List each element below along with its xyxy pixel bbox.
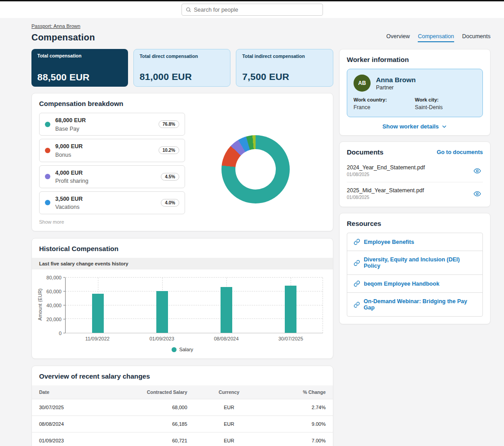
table-row: 30/07/2025 68,000 EUR 2.74% — [32, 399, 333, 416]
salary-bar — [92, 294, 104, 333]
legend-label: Vacations — [55, 204, 80, 210]
document-name: 2025_Mid_Year_Statement.pdf — [347, 187, 424, 194]
cell-salary: 66,185 — [104, 416, 195, 433]
documents-title: Documents — [347, 148, 384, 156]
work-country-value: France — [354, 104, 415, 110]
worker-info-title: Worker information — [347, 56, 483, 63]
compensation-breakdown-card: Compensation breakdown 68,000 EURBase Pa… — [31, 93, 333, 231]
history-subtitle: Last five salary change events history — [32, 258, 333, 269]
cell-currency: EUR — [195, 433, 264, 446]
salary-legend-dot-icon — [172, 347, 177, 352]
cell-currency: EUR — [195, 399, 264, 416]
chevron-down-icon — [441, 124, 447, 130]
legend-amount: 9,000 EUR — [55, 143, 83, 150]
tab-compensation[interactable]: Compensation — [418, 33, 454, 42]
salary-bar — [221, 287, 232, 333]
document-row: 2024_Year_End_Statement.pdf 01/08/2025 — [347, 159, 483, 182]
documents-card: Documents Go to documents 2024_Year_End_… — [339, 141, 491, 207]
go-to-documents-link[interactable]: Go to documents — [437, 149, 483, 155]
work-country-label: Work country: — [354, 97, 415, 102]
work-city-value: Saint-Denis — [415, 104, 477, 110]
total-direct-compensation-card: Total direct compensation 81,000 EUR — [133, 49, 231, 87]
percent-badge: 10.2% — [159, 146, 179, 154]
chart-legend: Salary — [32, 347, 333, 352]
chart-plot — [65, 278, 323, 333]
stat-label: Total direct compensation — [140, 53, 225, 59]
y-tick-label: 0 — [59, 331, 62, 336]
tab-overview[interactable]: Overview — [386, 33, 410, 42]
compensation-donut-chart — [221, 135, 290, 203]
view-document-eye-icon[interactable] — [473, 167, 483, 175]
y-tick-label: 40,000 — [46, 303, 62, 308]
worker-role: Partner — [376, 84, 416, 91]
legend-amount: 4,000 EUR — [55, 170, 83, 176]
y-axis-title: Amount (EUR) — [37, 288, 43, 321]
col-date: Date — [32, 385, 104, 399]
show-worker-details-label: Show worker details — [382, 123, 439, 130]
avatar: AB — [354, 75, 371, 92]
cell-currency: EUR — [195, 416, 264, 433]
legend-amount: 3,500 EUR — [55, 196, 83, 202]
historical-compensation-card: Historical Compensation Last five salary… — [31, 238, 333, 359]
cell-salary: 60,721 — [104, 433, 195, 446]
stat-cards: Total compensation 88,500 EUR Total dire… — [31, 49, 333, 87]
search-box[interactable] — [181, 4, 323, 16]
salary-changes-card: Overview of recent salary changes Date C… — [31, 366, 333, 446]
resource-label: Diversity, Equity and Inclusion (DEI) Po… — [364, 256, 476, 269]
stat-label: Total indirect compensation — [242, 53, 327, 59]
resource-label: On-Demand Webinar: Bridging the Pay Gap — [364, 298, 476, 311]
resource-link-dei-policy[interactable]: Diversity, Equity and Inclusion (DEI) Po… — [347, 251, 482, 275]
cell-date: 01/09/2023 — [32, 433, 104, 446]
document-name: 2024_Year_End_Statement.pdf — [347, 164, 425, 171]
link-icon — [354, 301, 360, 308]
resource-link-employee-benefits[interactable]: Employee Benefits — [347, 233, 482, 251]
x-tick-label: 11/09/2022 — [85, 336, 110, 341]
link-icon — [354, 260, 360, 266]
cell-date: 30/07/2025 — [32, 399, 104, 416]
salary-bar — [156, 291, 168, 333]
search-input[interactable] — [194, 7, 319, 13]
salary-bar — [285, 286, 296, 333]
resources-title: Resources — [347, 220, 483, 227]
legend-label: Profit sharing — [55, 178, 88, 184]
total-compensation-card: Total compensation 88,500 EUR — [31, 49, 128, 87]
link-icon — [354, 280, 360, 287]
show-more-link[interactable]: Show more — [39, 219, 64, 225]
stat-value: 7,500 EUR — [242, 71, 327, 82]
tab-bar: Overview Compensation Documents — [386, 33, 491, 42]
view-document-eye-icon[interactable] — [473, 190, 483, 198]
link-icon — [354, 238, 360, 245]
worker-summary-box: AB Anna Brown Partner Work country: Fran… — [347, 69, 483, 117]
resources-card: Resources Employee Benefits Diversity, E… — [339, 213, 491, 324]
total-indirect-compensation-card: Total indirect compensation 7,500 EUR — [236, 49, 333, 87]
resources-list: Employee Benefits Diversity, Equity and … — [347, 233, 483, 317]
base-pay-dot-icon — [45, 122, 50, 127]
legend-item-vacations: 3,500 EURVacations 4.0% — [39, 191, 185, 214]
profit-sharing-dot-icon — [45, 174, 50, 179]
history-title: Historical Compensation — [32, 245, 333, 252]
legend-label: Bonus — [55, 152, 71, 158]
percent-badge: 76.8% — [159, 120, 179, 128]
resource-label: Employee Benefits — [364, 239, 414, 245]
breakdown-title: Compensation breakdown — [39, 100, 326, 107]
percent-badge: 4.0% — [161, 199, 179, 207]
show-worker-details-link[interactable]: Show worker details — [347, 123, 483, 130]
resource-link-employee-handbook[interactable]: beqom Employee Handbook — [347, 275, 482, 293]
col-currency: Currency — [195, 385, 264, 399]
stat-label: Total compensation — [37, 53, 122, 58]
document-row: 2025_Mid_Year_Statement.pdf 01/08/2025 — [347, 182, 483, 205]
worker-name: Anna Brown — [376, 75, 416, 84]
cell-date: 08/08/2024 — [32, 416, 104, 433]
legend-item-profit-sharing: 4,000 EURProfit sharing 4.5% — [39, 165, 185, 188]
resource-link-webinar-pay-gap[interactable]: On-Demand Webinar: Bridging the Pay Gap — [347, 293, 482, 316]
table-row: 01/09/2023 60,721 EUR 7.00% — [32, 433, 333, 446]
salary-legend-label: Salary — [179, 347, 193, 352]
table-row: 08/08/2024 66,185 EUR 9.00% — [32, 416, 333, 433]
y-tick-label: 80,000 — [46, 275, 62, 280]
vacations-dot-icon — [45, 200, 50, 205]
document-date: 01/08/2025 — [347, 195, 424, 200]
stat-value: 88,500 EUR — [37, 72, 122, 83]
breadcrumb[interactable]: Passport: Anna Brown — [31, 23, 80, 29]
tab-documents[interactable]: Documents — [462, 33, 491, 42]
col-percent-change: % Change — [264, 385, 333, 399]
